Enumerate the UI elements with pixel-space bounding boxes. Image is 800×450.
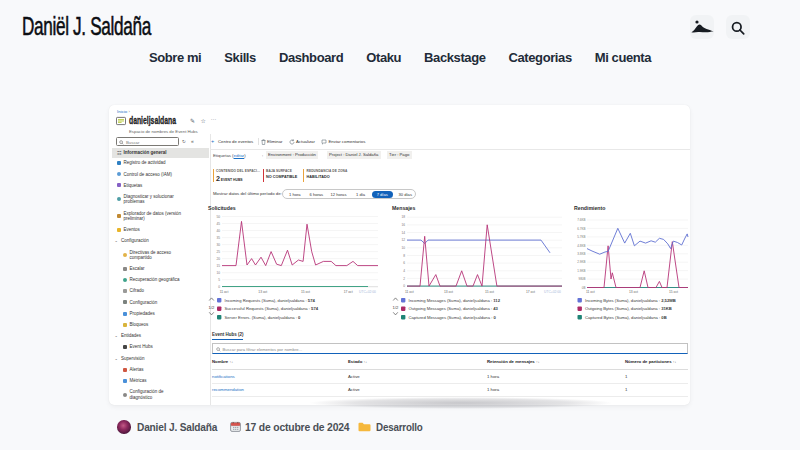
svg-text:3.8KB: 3.8KB bbox=[577, 252, 585, 256]
svg-text:10: 10 bbox=[401, 246, 405, 250]
svg-text:4: 4 bbox=[403, 269, 405, 273]
svg-text:20: 20 bbox=[216, 257, 220, 261]
svg-text:13 oct: 13 oct bbox=[629, 290, 638, 294]
svg-text:6: 6 bbox=[403, 261, 405, 265]
svg-text:15 oct: 15 oct bbox=[485, 290, 494, 294]
svg-text:Incoming Bytes (Suma), danielj: Incoming Bytes (Suma), danieljsaldana : … bbox=[585, 298, 676, 303]
svg-text:35: 35 bbox=[216, 236, 220, 240]
svg-text:Successful Requests (Suma), da: Successful Requests (Suma), danieljsalda… bbox=[225, 306, 319, 311]
svg-text:6.7KB: 6.7KB bbox=[577, 227, 585, 231]
svg-text:Captured Bytes (Suma), danielj: Captured Bytes (Suma), danieljsaldana : … bbox=[585, 315, 667, 320]
svg-text:7.6KB: 7.6KB bbox=[577, 218, 585, 222]
svg-text:16: 16 bbox=[401, 223, 405, 227]
svg-text:18: 18 bbox=[401, 215, 405, 219]
svg-text:13 oct: 13 oct bbox=[444, 290, 453, 294]
svg-text:15 oct: 15 oct bbox=[669, 290, 678, 294]
svg-text:30: 30 bbox=[216, 243, 220, 247]
svg-text:4.8KB: 4.8KB bbox=[577, 244, 585, 248]
svg-text:50: 50 bbox=[216, 215, 220, 219]
svg-text:980B: 980B bbox=[578, 277, 585, 281]
svg-text:Solicitudes: Solicitudes bbox=[208, 205, 236, 211]
svg-text:UTC+02:00: UTC+02:00 bbox=[544, 290, 561, 294]
svg-text:25: 25 bbox=[216, 250, 220, 254]
svg-text:11 oct: 11 oct bbox=[220, 290, 229, 294]
svg-text:1/2: 1/2 bbox=[209, 305, 215, 310]
svg-text:13 oct: 13 oct bbox=[258, 290, 267, 294]
svg-text:Outgoing Messages (Suma), dani: Outgoing Messages (Suma), danieljsaldana… bbox=[409, 306, 499, 311]
svg-text:11 oct: 11 oct bbox=[405, 290, 414, 294]
svg-text:0B: 0B bbox=[582, 286, 586, 290]
svg-text:2: 2 bbox=[403, 277, 405, 281]
svg-text:40: 40 bbox=[216, 229, 220, 233]
svg-text:Outgoing Bytes (Suma), danielj: Outgoing Bytes (Suma), danieljsaldana : … bbox=[585, 306, 672, 311]
svg-text:8: 8 bbox=[403, 254, 405, 258]
svg-text:2.9KB: 2.9KB bbox=[577, 260, 585, 264]
svg-text:45: 45 bbox=[216, 222, 220, 226]
svg-text:UTC+02:00: UTC+02:00 bbox=[359, 290, 376, 294]
svg-text:1/2: 1/2 bbox=[393, 305, 399, 310]
svg-text:1.9KB: 1.9KB bbox=[577, 269, 585, 273]
svg-text:17 oct: 17 oct bbox=[526, 290, 535, 294]
svg-text:Incoming Requests (Suma), dani: Incoming Requests (Suma), danieljsaldana… bbox=[225, 298, 316, 303]
svg-text:Mensajes: Mensajes bbox=[392, 205, 415, 211]
svg-text:10: 10 bbox=[216, 271, 220, 275]
svg-text:Server Errors. (Suma), danielj: Server Errors. (Suma), danieljsaldana : … bbox=[225, 315, 302, 320]
svg-text:15 oct: 15 oct bbox=[301, 290, 310, 294]
svg-text:Incoming Messages (Suma), dani: Incoming Messages (Suma), danieljsaldana… bbox=[409, 298, 501, 303]
svg-text:Captured Messages (Suma), dani: Captured Messages (Suma), danieljsaldana… bbox=[409, 315, 497, 320]
svg-text:12: 12 bbox=[401, 238, 405, 242]
svg-text:17 oct: 17 oct bbox=[344, 290, 353, 294]
svg-text:5.7KB: 5.7KB bbox=[577, 235, 585, 239]
svg-text:11 oct: 11 oct bbox=[586, 290, 595, 294]
svg-text:Rendimiento: Rendimiento bbox=[574, 205, 605, 211]
svg-text:5: 5 bbox=[218, 278, 220, 282]
svg-text:0: 0 bbox=[218, 285, 220, 289]
svg-text:0: 0 bbox=[403, 284, 405, 288]
svg-text:15: 15 bbox=[216, 264, 220, 268]
svg-text:14: 14 bbox=[401, 231, 405, 235]
